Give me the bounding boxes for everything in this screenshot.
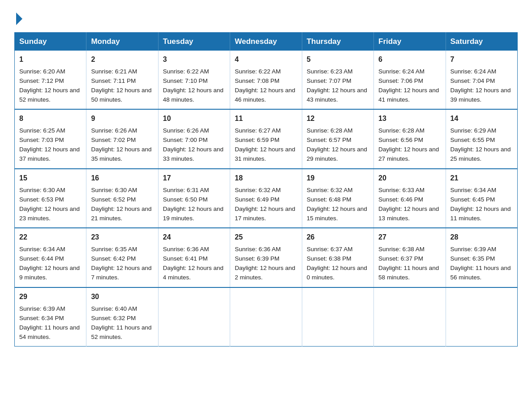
calendar-day-cell: 17 Sunrise: 6:31 AMSunset: 6:50 PMDaylig… — [158, 169, 230, 228]
day-number: 23 — [91, 232, 153, 243]
day-number: 19 — [307, 173, 369, 184]
calendar-day-cell: 28 Sunrise: 6:39 AMSunset: 6:35 PMDaylig… — [446, 228, 517, 287]
day-of-week-header: Friday — [374, 33, 446, 51]
day-number: 8 — [19, 113, 82, 124]
calendar-day-cell — [302, 287, 373, 347]
day-info: Sunrise: 6:36 AMSunset: 6:39 PMDaylight:… — [235, 246, 295, 281]
calendar-day-cell: 24 Sunrise: 6:36 AMSunset: 6:41 PMDaylig… — [158, 228, 230, 287]
day-info: Sunrise: 6:32 AMSunset: 6:48 PMDaylight:… — [307, 187, 367, 222]
day-info: Sunrise: 6:25 AMSunset: 7:03 PMDaylight:… — [19, 127, 80, 162]
day-number: 1 — [19, 54, 82, 65]
day-number: 7 — [450, 54, 513, 65]
day-number: 12 — [307, 113, 369, 124]
day-number: 22 — [19, 232, 82, 243]
day-of-week-header: Monday — [86, 33, 158, 51]
calendar-day-cell: 3 Sunrise: 6:22 AMSunset: 7:10 PMDayligh… — [158, 51, 230, 109]
day-info: Sunrise: 6:30 AMSunset: 6:52 PMDaylight:… — [91, 187, 151, 222]
calendar-day-cell: 21 Sunrise: 6:34 AMSunset: 6:45 PMDaylig… — [446, 169, 517, 228]
day-number: 11 — [235, 113, 297, 124]
calendar-day-cell — [158, 287, 230, 347]
day-of-week-header: Wednesday — [230, 33, 302, 51]
calendar-day-cell: 20 Sunrise: 6:33 AMSunset: 6:46 PMDaylig… — [374, 169, 446, 228]
day-info: Sunrise: 6:33 AMSunset: 6:46 PMDaylight:… — [378, 187, 439, 222]
day-info: Sunrise: 6:29 AMSunset: 6:55 PMDaylight:… — [450, 127, 511, 162]
calendar-week-row: 15 Sunrise: 6:30 AMSunset: 6:53 PMDaylig… — [15, 169, 518, 228]
calendar-week-row: 1 Sunrise: 6:20 AMSunset: 7:12 PMDayligh… — [15, 51, 518, 109]
day-info: Sunrise: 6:20 AMSunset: 7:12 PMDaylight:… — [19, 68, 80, 103]
day-number: 30 — [91, 291, 153, 303]
calendar-day-cell: 26 Sunrise: 6:37 AMSunset: 6:38 PMDaylig… — [302, 228, 373, 287]
day-of-week-header: Tuesday — [158, 33, 230, 51]
day-number: 27 — [378, 232, 441, 243]
calendar-week-row: 29 Sunrise: 6:39 AMSunset: 6:34 PMDaylig… — [15, 287, 518, 347]
calendar-week-row: 8 Sunrise: 6:25 AMSunset: 7:03 PMDayligh… — [15, 109, 518, 168]
day-info: Sunrise: 6:34 AMSunset: 6:45 PMDaylight:… — [450, 187, 511, 222]
day-info: Sunrise: 6:32 AMSunset: 6:49 PMDaylight:… — [235, 187, 295, 222]
calendar-day-cell: 7 Sunrise: 6:24 AMSunset: 7:04 PMDayligh… — [446, 51, 517, 109]
day-info: Sunrise: 6:28 AMSunset: 6:56 PMDaylight:… — [378, 127, 439, 162]
calendar-header-row: SundayMondayTuesdayWednesdayThursdayFrid… — [15, 33, 518, 51]
calendar-day-cell: 15 Sunrise: 6:30 AMSunset: 6:53 PMDaylig… — [15, 169, 86, 228]
day-number: 14 — [450, 113, 513, 124]
day-number: 2 — [91, 54, 153, 65]
logo-arrow-icon — [16, 13, 22, 25]
day-of-week-header: Sunday — [15, 33, 86, 51]
calendar-day-cell: 18 Sunrise: 6:32 AMSunset: 6:49 PMDaylig… — [230, 169, 302, 228]
day-info: Sunrise: 6:39 AMSunset: 6:34 PMDaylight:… — [19, 305, 80, 340]
calendar-day-cell: 9 Sunrise: 6:26 AMSunset: 7:02 PMDayligh… — [86, 109, 158, 168]
day-info: Sunrise: 6:31 AMSunset: 6:50 PMDaylight:… — [163, 187, 223, 222]
day-info: Sunrise: 6:26 AMSunset: 7:00 PMDaylight:… — [163, 127, 223, 162]
day-number: 17 — [163, 173, 225, 184]
calendar-day-cell: 12 Sunrise: 6:28 AMSunset: 6:57 PMDaylig… — [302, 109, 373, 168]
day-number: 20 — [378, 173, 441, 184]
calendar-day-cell: 1 Sunrise: 6:20 AMSunset: 7:12 PMDayligh… — [15, 51, 86, 109]
calendar-day-cell: 11 Sunrise: 6:27 AMSunset: 6:59 PMDaylig… — [230, 109, 302, 168]
day-number: 4 — [235, 54, 297, 65]
calendar-day-cell: 4 Sunrise: 6:22 AMSunset: 7:08 PMDayligh… — [230, 51, 302, 109]
day-number: 18 — [235, 173, 297, 184]
day-info: Sunrise: 6:34 AMSunset: 6:44 PMDaylight:… — [19, 246, 80, 281]
day-of-week-header: Saturday — [446, 33, 517, 51]
day-number: 21 — [450, 173, 513, 184]
day-info: Sunrise: 6:39 AMSunset: 6:35 PMDaylight:… — [450, 246, 511, 281]
day-info: Sunrise: 6:27 AMSunset: 6:59 PMDaylight:… — [235, 127, 295, 162]
calendar-day-cell: 8 Sunrise: 6:25 AMSunset: 7:03 PMDayligh… — [15, 109, 86, 168]
day-number: 6 — [378, 54, 441, 65]
day-info: Sunrise: 6:26 AMSunset: 7:02 PMDaylight:… — [91, 127, 151, 162]
day-of-week-header: Thursday — [302, 33, 373, 51]
day-number: 26 — [307, 232, 369, 243]
calendar-day-cell: 23 Sunrise: 6:35 AMSunset: 6:42 PMDaylig… — [86, 228, 158, 287]
calendar-day-cell: 19 Sunrise: 6:32 AMSunset: 6:48 PMDaylig… — [302, 169, 373, 228]
day-info: Sunrise: 6:36 AMSunset: 6:41 PMDaylight:… — [163, 246, 223, 281]
day-number: 28 — [450, 232, 513, 243]
day-number: 10 — [163, 113, 225, 124]
calendar-day-cell: 2 Sunrise: 6:21 AMSunset: 7:11 PMDayligh… — [86, 51, 158, 109]
calendar-day-cell: 30 Sunrise: 6:40 AMSunset: 6:32 PMDaylig… — [86, 287, 158, 347]
day-number: 3 — [163, 54, 225, 65]
calendar-day-cell: 14 Sunrise: 6:29 AMSunset: 6:55 PMDaylig… — [446, 109, 517, 168]
day-number: 16 — [91, 173, 153, 184]
day-info: Sunrise: 6:24 AMSunset: 7:04 PMDaylight:… — [450, 68, 511, 103]
day-info: Sunrise: 6:23 AMSunset: 7:07 PMDaylight:… — [307, 68, 367, 103]
day-info: Sunrise: 6:30 AMSunset: 6:53 PMDaylight:… — [19, 187, 80, 222]
day-info: Sunrise: 6:28 AMSunset: 6:57 PMDaylight:… — [307, 127, 367, 162]
calendar-day-cell: 6 Sunrise: 6:24 AMSunset: 7:06 PMDayligh… — [374, 51, 446, 109]
calendar-day-cell: 22 Sunrise: 6:34 AMSunset: 6:44 PMDaylig… — [15, 228, 86, 287]
calendar-day-cell: 16 Sunrise: 6:30 AMSunset: 6:52 PMDaylig… — [86, 169, 158, 228]
calendar-week-row: 22 Sunrise: 6:34 AMSunset: 6:44 PMDaylig… — [15, 228, 518, 287]
calendar-day-cell: 13 Sunrise: 6:28 AMSunset: 6:56 PMDaylig… — [374, 109, 446, 168]
day-number: 5 — [307, 54, 369, 65]
calendar-table: SundayMondayTuesdayWednesdayThursdayFrid… — [14, 32, 518, 347]
day-info: Sunrise: 6:40 AMSunset: 6:32 PMDaylight:… — [91, 305, 151, 340]
day-info: Sunrise: 6:37 AMSunset: 6:38 PMDaylight:… — [307, 246, 367, 281]
day-info: Sunrise: 6:24 AMSunset: 7:06 PMDaylight:… — [378, 68, 439, 103]
day-info: Sunrise: 6:38 AMSunset: 6:37 PMDaylight:… — [378, 246, 439, 281]
day-info: Sunrise: 6:22 AMSunset: 7:10 PMDaylight:… — [163, 68, 223, 103]
day-info: Sunrise: 6:35 AMSunset: 6:42 PMDaylight:… — [91, 246, 151, 281]
calendar-day-cell: 27 Sunrise: 6:38 AMSunset: 6:37 PMDaylig… — [374, 228, 446, 287]
day-number: 15 — [19, 173, 82, 184]
day-number: 29 — [19, 291, 82, 303]
calendar-day-cell — [446, 287, 517, 347]
logo — [14, 11, 22, 24]
page-header — [14, 11, 518, 24]
